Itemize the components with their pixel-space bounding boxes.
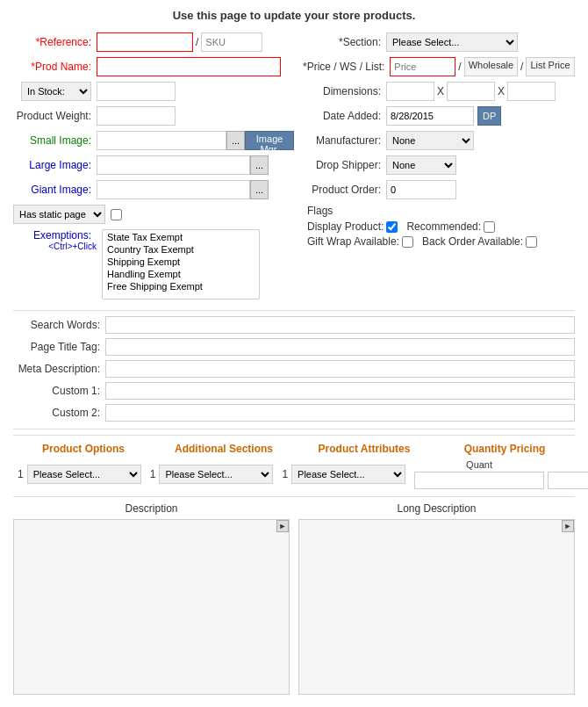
in-stock-input[interactable] [97,82,176,101]
divider-1 [13,310,575,311]
product-options-title: Product Options [42,443,125,455]
gift-wrap-checkbox[interactable] [402,236,413,248]
gift-wrap-flag: Gift Wrap Available: [307,235,413,248]
drop-shipper-row: Drop Shipper: None [303,155,575,175]
exemption-option-handling[interactable]: Handling Exempt [104,268,257,280]
additional-sections-num: 1 [150,468,156,480]
right-column: *Section: Please Select... *Price / WS /… [294,32,575,305]
additional-sections-select[interactable]: Please Select... [159,465,273,484]
large-image-row: Large Image: ... [13,155,294,175]
drop-shipper-select[interactable]: None [386,155,456,175]
page-title-tag-input[interactable] [105,338,575,356]
back-order-flag: Back Order Available: [422,235,537,248]
dim-input-3[interactable] [507,82,556,101]
qty-quant-input[interactable] [414,472,544,489]
small-image-row: Small Image: ... Image Mgr. [13,131,294,150]
text-fields-section: Search Words: Page Title Tag: Meta Descr… [13,316,575,422]
image-mgr-btn[interactable]: Image Mgr. [245,131,294,150]
small-image-browse-btn[interactable]: ... [226,131,245,150]
display-product-checkbox[interactable] [386,221,398,233]
giant-image-row: Giant Image: ... [13,180,294,199]
date-added-label: Date Added: [303,110,386,122]
exemption-option-free-shipping[interactable]: Free Shipping Exempt [104,280,257,292]
description-box[interactable]: ► [13,519,290,695]
meta-description-label: Meta Description: [13,363,105,375]
reference-label: *Reference: [13,36,97,48]
in-stock-select[interactable]: In Stock: [21,82,91,101]
list-price-label: List Price [526,57,574,76]
meta-description-row: Meta Description: [13,360,575,378]
price-input[interactable] [390,57,455,76]
giant-image-input[interactable] [97,180,250,199]
recommended-checkbox[interactable] [484,221,495,233]
custom2-input[interactable] [105,404,575,422]
static-page-row: Has static page [13,205,294,224]
in-stock-row: In Stock: [13,82,294,101]
drop-shipper-label: Drop Shipper: [303,159,386,171]
custom1-label: Custom 1: [13,385,105,397]
meta-description-input[interactable] [105,360,575,378]
section-select[interactable]: Please Select... [386,32,518,52]
exemption-option-country[interactable]: Country Tax Exempt [104,243,257,256]
flags-row-2: Gift Wrap Available: Back Order Availabl… [307,235,575,248]
dim-input-2[interactable] [447,82,495,101]
back-order-checkbox[interactable] [526,236,537,248]
date-added-input[interactable] [386,106,474,126]
sku-input[interactable] [201,32,262,52]
exemption-option-shipping[interactable]: Shipping Exempt [104,256,257,268]
dimensions-label: Dimensions: [303,85,386,97]
description-scroll-btn[interactable]: ► [276,520,289,532]
description-section: Description ► Long Description ► [13,502,575,695]
product-weight-input[interactable] [97,106,176,126]
custom2-label: Custom 2: [13,407,105,419]
page-title: Use this page to update your store produ… [13,9,575,22]
long-description-scroll-btn[interactable]: ► [562,520,574,532]
manufacturer-row: Manufacturer: None [303,131,575,150]
static-page-select[interactable]: Has static page [13,205,105,224]
static-page-checkbox[interactable] [111,209,122,220]
small-image-label: Small Image: [13,134,97,147]
exemptions-label: Exemptions: [13,229,97,242]
giant-image-label: Giant Image: [13,184,97,196]
custom1-input[interactable] [105,382,575,400]
qty-price-input[interactable] [548,472,588,489]
small-image-input[interactable] [97,131,226,150]
description-col: Description ► [13,502,290,695]
price-row: *Price / WS / List: / Wholesale / List P… [303,57,575,76]
giant-image-browse-btn[interactable]: ... [250,180,269,199]
exemptions-listbox[interactable]: State Tax Exempt Country Tax Exempt Ship… [102,229,260,299]
large-image-input[interactable] [97,155,250,175]
custom2-row: Custom 2: [13,404,575,422]
product-order-row: Product Order: [303,180,575,199]
qty-quant-header: Quant [414,459,544,470]
dimensions-row: Dimensions: X X [303,82,575,101]
flags-row-1: Display Product: Recommended: [307,220,575,233]
page-title-tag-label: Page Title Tag: [13,341,105,353]
display-product-flag: Display Product: [307,220,398,233]
product-options-num: 1 [18,468,24,480]
dim-x2: X [498,85,505,97]
dim-input-1[interactable] [386,82,434,101]
product-attributes-select[interactable]: Please Select... [291,465,405,484]
recommended-flag: Recommended: [406,220,495,233]
prod-name-input[interactable] [97,57,281,76]
display-product-label: Display Product: [307,220,384,233]
manufacturer-select[interactable]: None [386,131,474,150]
manufacturer-label: Manufacturer: [303,134,386,147]
product-order-input[interactable] [386,180,456,199]
large-image-browse-btn[interactable]: ... [250,155,269,175]
page-title-tag-row: Page Title Tag: [13,338,575,356]
gift-wrap-label: Gift Wrap Available: [307,235,399,248]
dp-btn[interactable]: DP [477,106,501,126]
flags-section: Flags Display Product: Recommended: Gift… [303,205,575,248]
long-description-box[interactable]: ► [298,519,575,695]
search-words-input[interactable] [105,316,575,334]
product-options-select[interactable]: Please Select... [27,465,141,484]
prod-name-row: *Prod Name: [13,57,294,76]
reference-row: *Reference: / [13,32,294,52]
prod-name-label: *Prod Name: [13,61,97,73]
exemption-option-state[interactable]: State Tax Exempt [104,231,257,243]
long-description-col: Long Description ► [298,502,575,695]
left-column: *Reference: / *Prod Name: In Stock: [13,32,294,305]
reference-input[interactable] [97,32,193,52]
